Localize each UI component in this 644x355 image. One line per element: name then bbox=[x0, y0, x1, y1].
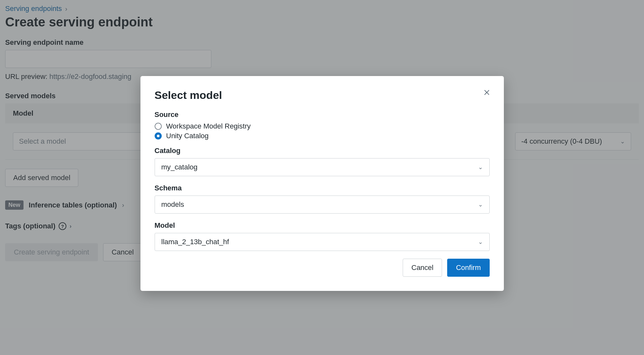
schema-dropdown[interactable]: models ⌄ bbox=[155, 196, 490, 214]
modal-overlay[interactable]: Select model Source Workspace Model Regi… bbox=[0, 0, 644, 355]
source-label: Source bbox=[155, 110, 490, 119]
chevron-down-icon: ⌄ bbox=[478, 238, 483, 245]
model-dropdown[interactable]: llama_2_13b_chat_hf ⌄ bbox=[155, 233, 490, 251]
modal-footer: Cancel Confirm bbox=[155, 259, 490, 277]
select-model-modal: Select model Source Workspace Model Regi… bbox=[140, 76, 504, 291]
catalog-label: Catalog bbox=[155, 147, 490, 155]
radio-unity-label: Unity Catalog bbox=[166, 132, 209, 140]
modal-confirm-button[interactable]: Confirm bbox=[447, 259, 489, 277]
radio-icon bbox=[155, 132, 162, 139]
schema-label: Schema bbox=[155, 184, 490, 192]
close-button[interactable] bbox=[481, 87, 492, 98]
chevron-down-icon: ⌄ bbox=[478, 201, 483, 208]
radio-unity-catalog[interactable]: Unity Catalog bbox=[155, 132, 490, 140]
catalog-value: my_catalog bbox=[161, 163, 198, 171]
radio-workspace-label: Workspace Model Registry bbox=[166, 122, 251, 130]
modal-cancel-button[interactable]: Cancel bbox=[403, 259, 442, 277]
chevron-down-icon: ⌄ bbox=[478, 164, 483, 171]
catalog-dropdown[interactable]: my_catalog ⌄ bbox=[155, 158, 490, 176]
schema-value: models bbox=[161, 200, 184, 209]
model-value: llama_2_13b_chat_hf bbox=[161, 238, 229, 246]
close-icon bbox=[483, 89, 490, 96]
radio-workspace[interactable]: Workspace Model Registry bbox=[155, 122, 490, 130]
model-label: Model bbox=[155, 221, 490, 230]
modal-title: Select model bbox=[155, 89, 490, 101]
radio-icon bbox=[155, 123, 162, 130]
source-radios: Workspace Model Registry Unity Catalog bbox=[155, 122, 490, 140]
